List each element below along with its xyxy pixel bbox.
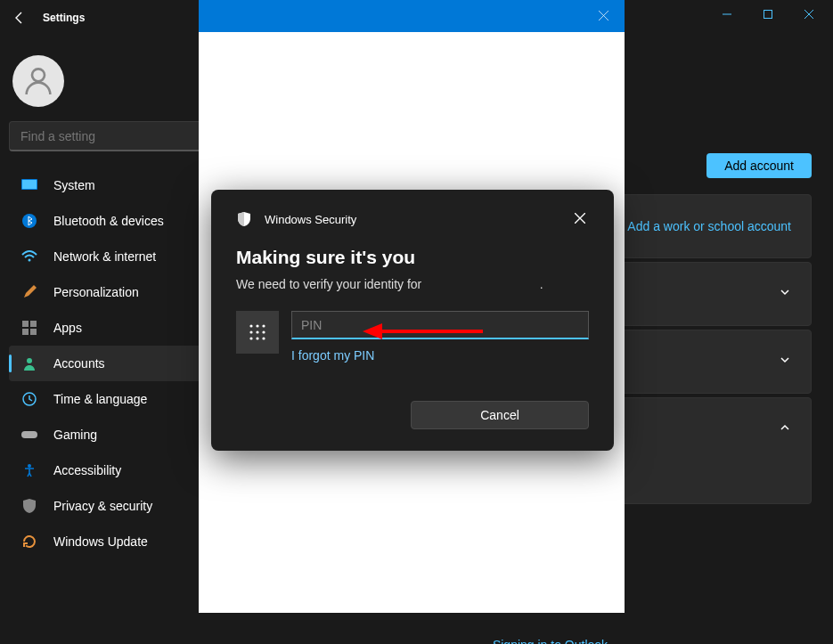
chevron-down-icon [779,286,791,302]
security-shield-icon [236,211,252,227]
svg-point-23 [262,324,265,327]
add-account-button[interactable]: Add account [706,153,812,178]
gaming-icon [21,427,37,443]
svg-point-29 [262,337,265,339]
system-icon [21,177,37,193]
brush-icon [21,284,37,300]
shield-icon [21,498,37,514]
svg-point-24 [249,330,252,333]
sidebar-item-label: Apps [53,321,82,335]
modal-titlebar [199,0,625,32]
clock-icon [21,391,37,407]
svg-point-26 [262,330,265,333]
svg-rect-12 [30,329,37,335]
page-title: Settings [43,12,85,24]
dialog-close-button[interactable] [571,208,589,231]
work-school-link[interactable]: Add a work or school account [627,219,791,233]
chevron-up-icon [779,421,791,437]
sidebar-item-label: Personalization [53,285,139,299]
sidebar-item-label: Bluetooth & devices [53,214,164,228]
sidebar-item-label: Windows Update [53,534,148,549]
minimize-button[interactable] [706,0,747,29]
sidebar-item-label: Privacy & security [53,499,152,513]
svg-point-21 [249,324,252,327]
cancel-button[interactable]: Cancel [411,401,589,429]
back-button[interactable] [12,11,27,25]
svg-rect-6 [22,180,37,189]
dialog-header-text: Windows Security [265,213,559,226]
update-icon [21,534,37,550]
header: Settings [0,5,97,29]
svg-point-25 [256,330,258,333]
pin-input[interactable] [291,311,589,339]
svg-rect-9 [22,321,29,327]
wifi-icon [21,249,37,265]
svg-point-22 [256,324,258,327]
avatar [12,55,64,107]
sidebar-item-label: Time & language [53,392,147,406]
sidebar-item-label: Network & internet [53,249,156,264]
window-controls [706,0,829,29]
windows-security-dialog: Windows Security Making sure it's you We… [211,190,614,451]
modal-close-button[interactable] [592,4,616,28]
svg-point-4 [32,69,45,81]
close-button[interactable] [788,0,829,29]
forgot-pin-link[interactable]: I forgot my PIN [291,348,374,363]
maximize-button[interactable] [747,0,788,29]
svg-rect-1 [764,11,772,19]
sidebar-item-label: System [53,178,95,192]
svg-rect-10 [30,321,37,327]
pin-keypad-icon [236,311,279,354]
chevron-down-icon [779,354,791,370]
dialog-title: Making sure it's you [236,247,589,268]
svg-rect-11 [22,329,29,335]
svg-point-28 [256,337,258,339]
apps-icon [21,320,37,336]
svg-rect-15 [21,431,37,438]
sidebar-item-label: Gaming [53,428,97,442]
dialog-subtitle: We need to verify your identity for ____… [236,277,589,291]
svg-point-8 [29,259,31,262]
sidebar-item-label: Accessibility [53,463,121,477]
bluetooth-icon [21,213,37,229]
svg-point-16 [28,464,31,468]
svg-point-27 [249,337,252,339]
accessibility-icon [21,462,37,478]
sidebar-item-label: Accounts [53,356,105,371]
person-icon [21,355,37,371]
svg-point-13 [27,358,32,363]
